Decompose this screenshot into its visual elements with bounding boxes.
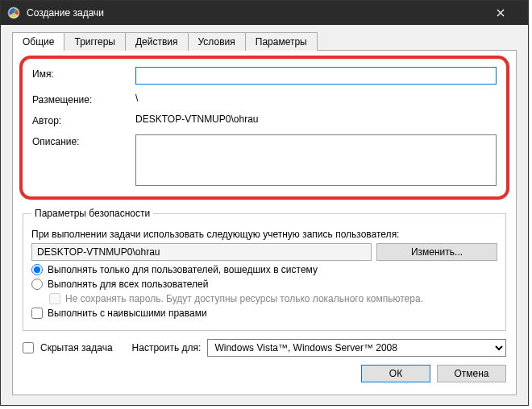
create-task-dialog: Создание задачи Общие Триггеры Действия …	[0, 0, 529, 406]
tab-settings[interactable]: Параметры	[245, 32, 318, 51]
close-icon	[497, 9, 505, 17]
title-bar: Создание задачи	[1, 1, 528, 25]
tab-actions[interactable]: Действия	[125, 32, 189, 51]
location-label: Размещение:	[32, 93, 135, 105]
window-title: Создание задачи	[27, 7, 485, 19]
location-value: \	[135, 93, 497, 104]
highlighted-region: Имя: Размещение: \ Автор: DESKTOP-VTNMUP…	[19, 56, 509, 200]
security-options-group: Параметры безопасности При выполнении за…	[23, 208, 506, 331]
author-label: Автор:	[32, 114, 135, 126]
radio-logged-on[interactable]	[31, 264, 43, 275]
security-legend: Параметры безопасности	[31, 208, 153, 219]
name-input[interactable]	[135, 67, 497, 85]
highest-privileges-checkbox[interactable]	[31, 308, 43, 319]
tab-general[interactable]: Общие	[12, 32, 64, 51]
ok-button[interactable]: ОК	[361, 365, 430, 382]
description-label: Описание:	[32, 134, 135, 147]
run-as-text: При выполнении задачи использовать следу…	[31, 229, 497, 240]
hidden-task-checkbox[interactable]	[23, 342, 34, 353]
dialog-footer: ОК Отмена	[23, 365, 506, 382]
scheduler-icon	[7, 6, 20, 19]
name-label: Имя:	[32, 67, 135, 80]
hidden-task-label: Скрытая задача	[40, 342, 113, 353]
author-value: DESKTOP-VTNMUP0\ohrau	[135, 114, 497, 125]
tab-conditions[interactable]: Условия	[188, 32, 246, 51]
radio-logged-on-label: Выполнять только для пользователей, воше…	[48, 264, 318, 275]
no-store-password-checkbox	[49, 293, 60, 304]
tab-triggers[interactable]: Триггеры	[64, 32, 126, 51]
radio-all-users[interactable]	[31, 279, 43, 290]
account-display: DESKTOP-VTNMUP0\ohrau	[31, 243, 372, 261]
tab-panel-general: Имя: Размещение: \ Автор: DESKTOP-VTNMUP…	[12, 50, 517, 395]
highest-privileges-label: Выполнить с наивысшими правами	[48, 308, 207, 319]
description-input[interactable]	[135, 134, 497, 186]
radio-all-users-label: Выполнять для всех пользователей	[48, 279, 208, 290]
change-user-button[interactable]: Изменить...	[376, 243, 497, 261]
tab-strip: Общие Триггеры Действия Условия Параметр…	[12, 31, 517, 50]
dialog-body: Общие Триггеры Действия Условия Параметр…	[1, 25, 528, 405]
bottom-row: Скрытая задача Настроить для: Windows Vi…	[23, 339, 506, 357]
configure-for-label: Настроить для:	[132, 342, 202, 353]
cancel-button[interactable]: Отмена	[437, 365, 506, 382]
no-store-password-label: Не сохранять пароль. Будут доступны ресу…	[65, 293, 423, 304]
configure-for-select[interactable]: Windows Vista™, Windows Server™ 2008	[207, 339, 506, 357]
close-button[interactable]	[485, 1, 522, 25]
